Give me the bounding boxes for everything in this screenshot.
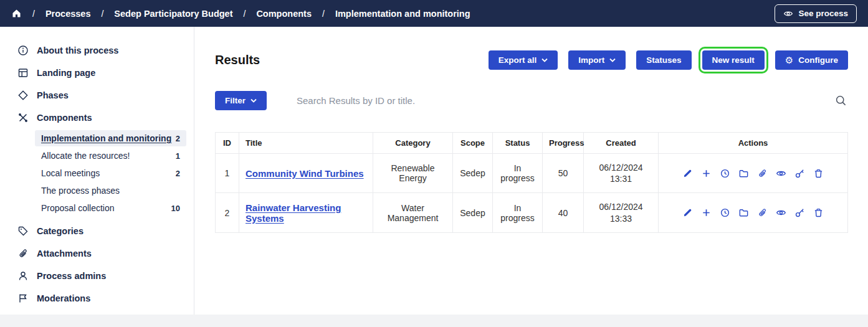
breadcrumb: / Processes / Sedep Participatory Budget… [11, 8, 470, 19]
subitem-label: Allocate the resources! [41, 151, 130, 161]
statuses-button[interactable]: Statuses [636, 50, 691, 70]
chevron-down-icon [250, 98, 257, 103]
permissions-action-button[interactable] [794, 168, 805, 179]
preview-action-button[interactable] [776, 207, 786, 218]
history-action-button[interactable] [720, 168, 730, 179]
permissions-action-button[interactable] [794, 207, 805, 218]
column-header-status: Status [493, 133, 543, 154]
landing-page-icon [17, 67, 29, 78]
key-icon [794, 207, 805, 218]
filter-button[interactable]: Filter [215, 91, 267, 110]
edit-action-button[interactable] [682, 168, 693, 179]
cell-id: 1 [216, 154, 239, 193]
column-header-title: Title [239, 133, 373, 154]
search-button[interactable] [834, 93, 848, 108]
attachments-action-button[interactable] [757, 168, 768, 179]
breadcrumb-separator: / [101, 9, 103, 19]
configure-button[interactable]: ⚙ Configure [775, 50, 848, 70]
chevron-down-icon [609, 58, 616, 62]
add-action-button[interactable] [701, 168, 712, 179]
subitem-count-badge: 1 [173, 151, 180, 161]
clock-icon [720, 207, 730, 218]
breadcrumb-separator: / [244, 9, 246, 19]
sidebar-item-landing-page[interactable]: Landing page [0, 62, 194, 84]
breadcrumb-separator: / [32, 9, 35, 19]
preview-action-button[interactable] [776, 168, 786, 179]
sidebar-item-label: Moderations [37, 293, 90, 303]
plus-icon [701, 168, 712, 179]
cell-progress: 50 [543, 154, 584, 193]
new-result-button[interactable]: New result [702, 50, 765, 70]
breadcrumb-process-name[interactable]: Sedep Participatory Budget [114, 9, 232, 19]
export-all-button[interactable]: Export all [489, 50, 558, 70]
cell-created: 06/12/2024 13:33 [584, 193, 659, 232]
subitem-count-badge: 10 [171, 204, 180, 213]
sidebar-item-components[interactable]: Components [0, 107, 194, 129]
delete-action-button[interactable] [813, 207, 824, 218]
eye-icon [783, 9, 793, 19]
column-header-category: Category [373, 133, 453, 154]
results-table: ID Title Category Scope Status Progress … [215, 132, 848, 233]
categories-icon [17, 225, 29, 237]
cell-created: 06/12/2024 13:31 [584, 154, 659, 193]
sidebar-item-process-admins[interactable]: Process admins [0, 265, 194, 287]
sidebar-subitem-local-meetings[interactable]: Local meetings 2 [35, 165, 186, 181]
cell-status: In progress [493, 193, 543, 232]
home-link[interactable] [11, 8, 22, 19]
column-header-id: ID [216, 133, 239, 154]
breadcrumb-current: Implementation and monitoring [335, 9, 470, 19]
subitem-label: Proposal collection [41, 203, 115, 213]
result-title-link[interactable]: Rainwater Harvesting Systems [246, 202, 341, 224]
phases-icon [17, 90, 29, 101]
attachments-action-button[interactable] [757, 207, 768, 218]
plus-icon [701, 207, 712, 218]
breadcrumb-processes[interactable]: Processes [45, 9, 91, 19]
sidebar-subitem-the-process-phases[interactable]: The process phases [35, 182, 186, 199]
sidebar-subitem-allocate-the-resources[interactable]: Allocate the resources! 1 [35, 148, 186, 164]
cell-id: 2 [216, 193, 239, 232]
sidebar-item-attachments[interactable]: Attachments [0, 242, 194, 265]
topbar: / Processes / Sedep Participatory Budget… [0, 0, 868, 27]
see-process-button[interactable]: See process [775, 4, 857, 23]
created-date: 06/12/2024 [590, 201, 652, 212]
sidebar-item-label: About this process [37, 45, 118, 55]
delete-action-button[interactable] [813, 168, 824, 179]
cell-progress: 40 [543, 193, 584, 232]
import-button[interactable]: Import [568, 50, 626, 70]
result-title-link[interactable]: Community Wind Turbines [246, 168, 364, 179]
folder-icon [738, 207, 749, 218]
cell-category: Renewable Energy [373, 154, 453, 193]
breadcrumb-components[interactable]: Components [256, 9, 312, 19]
sidebar-item-label: Process admins [37, 271, 106, 281]
edit-icon [682, 168, 693, 179]
sidebar-item-about[interactable]: About this process [0, 39, 194, 62]
sidebar-item-label: Phases [37, 90, 69, 100]
main-content: Results Export all Import Statuses New r… [194, 27, 868, 315]
created-time: 13:31 [590, 173, 652, 184]
subitem-count-badge: 2 [173, 169, 180, 178]
history-action-button[interactable] [720, 207, 730, 218]
sidebar-subitem-proposal-collection[interactable]: Proposal collection 10 [35, 200, 186, 216]
sidebar-subitem-implementation-and-monitoring[interactable]: Implementation and monitoring 2 [35, 130, 186, 146]
cell-status: In progress [493, 154, 543, 193]
attachment-icon [17, 248, 29, 259]
paperclip-icon [757, 207, 768, 218]
folder-action-button[interactable] [738, 207, 749, 218]
home-icon [11, 8, 22, 19]
sidebar-item-categories[interactable]: Categories [0, 220, 194, 242]
row-actions [665, 168, 841, 179]
folder-action-button[interactable] [738, 168, 749, 179]
sidebar-item-phases[interactable]: Phases [0, 84, 194, 107]
page-title: Results [215, 53, 260, 67]
search-input[interactable] [297, 95, 834, 106]
edit-action-button[interactable] [682, 207, 693, 218]
trash-icon [813, 207, 824, 218]
cell-scope: Sedep [453, 193, 493, 232]
subitem-label: Local meetings [41, 168, 100, 178]
add-action-button[interactable] [701, 207, 712, 218]
sidebar-item-moderations[interactable]: Moderations [0, 287, 194, 310]
export-all-label: Export all [498, 55, 537, 65]
flag-icon [17, 293, 29, 304]
info-icon [17, 45, 29, 56]
sidebar-item-label: Components [37, 113, 92, 123]
